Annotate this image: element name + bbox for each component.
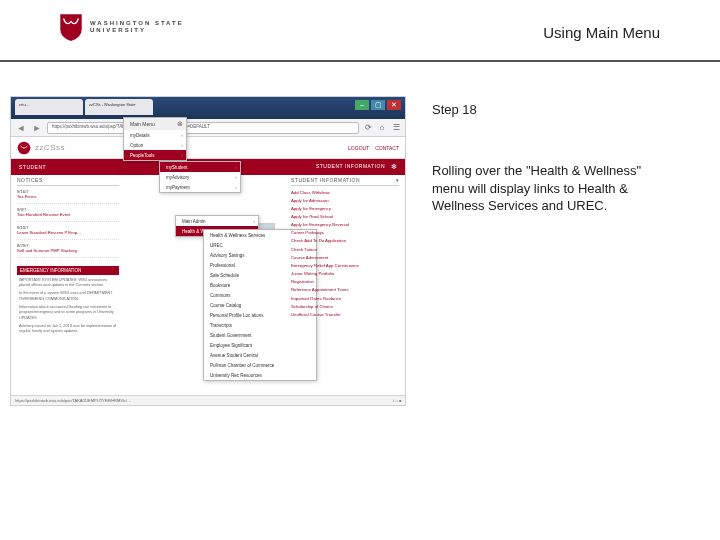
student-info-link[interactable]: Career Pathways [291,229,399,237]
notice-row[interactable]: 9/10/7 Leave Standard Resume P Emp… [17,222,119,240]
nav-student-info[interactable]: STUDENT INFORMATION [316,163,385,171]
notice-row[interactable]: 9/16/7 Tax Forms [17,186,119,204]
student-info-link[interactable]: Junior Writing Portfolio [291,270,399,278]
forward-button[interactable]: ► [31,122,43,134]
notice-row[interactable]: 8/29/7 Self and Summer PMP Stacking [17,240,119,258]
window-controls: – ▢ ✕ [355,100,401,110]
student-info-link[interactable]: Apply for Grad School [291,212,399,220]
screenshot-frame: crtu… zzCSs - Washington State – ▢ ✕ ◄ ►… [10,96,406,406]
menu-item[interactable]: Avenue Student Central [204,350,316,360]
emergency-heading: EMERGENCY INFORMATION [17,266,119,275]
menu-item[interactable]: Main Admin [176,216,258,226]
student-info-link[interactable]: Reference Appointment Times [291,286,399,294]
menu-item[interactable]: Student Government [204,330,316,340]
student-info-link[interactable]: Emergency Relief App Continuance [291,261,399,269]
cougar-logo-icon [17,141,31,155]
student-info-link[interactable]: Unofficial Course Transfer [291,310,399,318]
close-icon[interactable]: ⊗ [177,120,183,128]
student-info-link[interactable]: Important Dates Guidance [291,294,399,302]
emergency-text: In the event of a system WSU uses and DE… [19,291,117,302]
step-number: Step 18 [432,102,477,117]
wsu-logo: WASHINGTON STATE UNIVERSITY [58,8,218,46]
student-info-link[interactable]: Registration [291,278,399,286]
emergency-text: Advisory issued on Jan 1, 2013 was for i… [19,324,117,335]
menu-level-2: myStudentmyAdvisorymyPayment [159,161,241,193]
menu-level-1: Main Menu ⊗ myDetailsOptionPeopleTools [123,117,187,161]
wsu-name-2: UNIVERSITY [90,27,184,34]
collapse-icon[interactable]: ▾ [396,177,400,183]
notices-heading: NOTICES [17,175,119,186]
home-icon[interactable]: ⌂ [377,123,387,133]
logout-link[interactable]: LOGOUT [348,145,369,151]
app-name: zzCSss [35,143,65,152]
emergency-block: EMERGENCY INFORMATION IMPORTANT SYSTEM U… [17,266,119,341]
menu-item[interactable]: myPayment [160,182,240,192]
student-info-heading: STUDENT INFORMATION [291,177,360,183]
emergency-text: IMPORTANT SYSTEM UPDATES: WSU announces … [19,278,117,289]
menu-item[interactable]: Pullman Chamber of Commerce [204,360,316,370]
url-bar[interactable]: https://psxhibintwb.wsu.edu/psp/TAKA01/E… [47,122,359,134]
tab-strip: crtu… zzCSs - Washington State [15,99,153,115]
maximize-button[interactable]: ▢ [371,100,385,110]
menu-item[interactable]: PeopleTools [124,150,186,160]
student-info-link[interactable]: Apply for Emergency [291,204,399,212]
back-button[interactable]: ◄ [15,122,27,134]
page-title: Using Main Menu [543,24,660,41]
menu-icon[interactable]: ☰ [391,123,401,133]
browser-toolbar: ◄ ► https://psxhibintwb.wsu.edu/psp/TAKA… [11,119,405,137]
menu-item[interactable]: University Rec Resources [204,370,316,380]
notices-column: NOTICES 9/16/7 Tax Forms9/9/7 Two Hundre… [17,175,119,340]
reload-icon[interactable]: ⟳ [363,123,373,133]
student-info-link[interactable]: Add Class Withdraw [291,188,399,196]
student-info-link[interactable]: Course Advisement [291,253,399,261]
wsu-name-1: WASHINGTON STATE [90,20,184,27]
menu-item[interactable]: myAdvisory [160,172,240,182]
contact-link[interactable]: CONTACT [375,145,399,151]
notice-row[interactable]: 9/9/7 Two Hundred Resume Event [17,204,119,222]
settings-icon[interactable]: ✻ [391,163,397,171]
status-url: https://psxhibintwb.wsu.edu/psc/TAKA01/E… [15,398,131,403]
student-info-link[interactable]: Check Tuition [291,245,399,253]
student-info-column: STUDENT INFORMATION ▾ Add Class Withdraw… [291,175,399,321]
nav-student[interactable]: STUDENT [19,164,46,170]
menu-1-header: Main Menu ⊗ [124,118,186,130]
browser-tab[interactable]: crtu… [15,99,83,115]
menu-item[interactable]: myDetails [124,130,186,140]
student-info-link[interactable]: Apply for Admission [291,196,399,204]
divider [0,60,720,62]
emergency-text: Information about occasional flooding ca… [19,305,117,321]
student-info-link[interactable]: Scholarship of Choice [291,302,399,310]
student-info-link[interactable]: Apply for Emergency Reversal [291,221,399,229]
menu-item[interactable]: Transcripts [204,320,316,330]
student-info-link[interactable]: Check Add To Do Application [291,237,399,245]
minimize-button[interactable]: – [355,100,369,110]
menu-item[interactable]: Employee Significant [204,340,316,350]
browser-status-bar: https://psxhibintwb.wsu.edu/psc/TAKA01/E… [11,395,405,405]
browser-titlebar: crtu… zzCSs - Washington State – ▢ ✕ [11,97,405,119]
status-icons: ⟟ ⌂ ☰ [393,398,401,403]
close-button[interactable]: ✕ [387,100,401,110]
app-header: zzCSss LOGOUT CONTACT [11,137,405,159]
step-description: Rolling over the "Health & Wellness" men… [432,162,658,215]
wsu-shield-icon [58,12,84,42]
browser-tab[interactable]: zzCSs - Washington State [85,99,153,115]
menu-item[interactable]: Option [124,140,186,150]
menu-item[interactable]: myStudent [160,162,240,172]
